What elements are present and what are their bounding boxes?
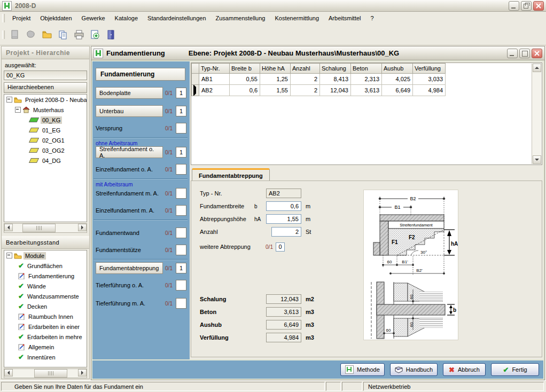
restore-button[interactable] bbox=[521, 1, 532, 11]
module-item[interactable]: Fundamentierung bbox=[4, 271, 87, 281]
copy-icon[interactable] bbox=[56, 27, 71, 42]
module-item-label[interactable]: Grundflächen bbox=[26, 262, 64, 270]
cell-typ[interactable]: AB2 bbox=[199, 85, 230, 96]
cell-typ[interactable]: AB1 bbox=[199, 74, 230, 85]
module-item[interactable]: Allgemein bbox=[4, 342, 87, 352]
scroll-right-arrow[interactable] bbox=[78, 224, 87, 231]
tree-node-project[interactable]: Projekt 2008-D - Neubau bbox=[4, 95, 87, 105]
cell[interactable]: 3,033 bbox=[413, 74, 446, 85]
exit-door-icon[interactable] bbox=[104, 27, 119, 42]
tree-node-00kg[interactable]: 00_KG bbox=[4, 115, 87, 125]
menu-projekt[interactable]: Projekt bbox=[7, 13, 35, 23]
tree-node-04dg[interactable]: 04_DG bbox=[4, 155, 87, 166]
scroll-left-arrow[interactable] bbox=[4, 369, 13, 377]
abbruch-button[interactable]: ✖ Abbruch bbox=[443, 363, 486, 376]
table-row[interactable]: AB1 0,55 1,25 2 8,413 2,313 4,025 3,033 bbox=[192, 74, 446, 85]
tree-node-musterhaus[interactable]: Musterhaus bbox=[4, 105, 87, 115]
module-item[interactable]: ✔Wände bbox=[4, 281, 87, 291]
tree-node-label[interactable]: 01_EG bbox=[41, 127, 62, 134]
print-icon[interactable] bbox=[72, 27, 87, 42]
handbuch-button[interactable]: Handbuch bbox=[390, 363, 438, 376]
anzahl-input[interactable]: 2 bbox=[271, 227, 301, 237]
scroll-right-arrow[interactable] bbox=[78, 369, 87, 377]
module-item[interactable]: ✔Wandzusammenste bbox=[4, 291, 87, 301]
menu-standardeinstellungen[interactable]: Standardeinstellungen bbox=[143, 13, 210, 23]
menu-help[interactable]: ? bbox=[366, 13, 379, 23]
count-box[interactable] bbox=[176, 188, 186, 199]
cell[interactable]: 2 bbox=[291, 74, 320, 85]
col-verfuellung[interactable]: Verfüllung bbox=[413, 64, 446, 74]
tree-node-module[interactable]: Module bbox=[4, 250, 87, 261]
bodenplatte-button[interactable]: Bodenplatte bbox=[96, 87, 163, 99]
count-box[interactable] bbox=[176, 123, 186, 134]
scroll-thumb[interactable] bbox=[22, 224, 56, 232]
tab-fundamentabtreppung[interactable]: Fundamentabtreppung bbox=[192, 168, 270, 181]
tree-node-01eg[interactable]: 01_EG bbox=[4, 125, 87, 135]
collapse-icon[interactable] bbox=[15, 107, 21, 113]
cell[interactable]: 4,025 bbox=[382, 74, 413, 85]
module-item[interactable]: ✔Grundflächen bbox=[4, 261, 87, 271]
module-item-label[interactable]: Wandzusammenste bbox=[26, 293, 81, 300]
collapse-icon[interactable] bbox=[6, 253, 12, 258]
minimize-button[interactable] bbox=[509, 1, 519, 11]
tree-node-label[interactable]: 02_OG1 bbox=[41, 137, 66, 144]
fundamentwand-label[interactable]: Fundamentwand bbox=[96, 230, 163, 236]
table-row-selected[interactable]: AB2 0,6 1,55 2 12,043 3,613 6,649 4,984 bbox=[192, 85, 446, 96]
count-box[interactable] bbox=[176, 298, 186, 309]
row-selector[interactable] bbox=[192, 85, 199, 96]
new-document-icon[interactable] bbox=[7, 27, 22, 42]
export-refresh-icon[interactable] bbox=[88, 27, 103, 42]
cell[interactable]: 2 bbox=[291, 85, 320, 96]
scroll-thumb[interactable] bbox=[34, 369, 67, 378]
menu-gewerke[interactable]: Gewerke bbox=[77, 13, 110, 23]
einzelfundament-oa-label[interactable]: Einzelfundament o. A. bbox=[96, 166, 163, 173]
cell[interactable]: 0,55 bbox=[230, 74, 260, 85]
module-item[interactable]: Raumbuch Innen bbox=[4, 311, 87, 322]
count-box[interactable] bbox=[176, 245, 186, 255]
open-folder-icon[interactable] bbox=[40, 27, 54, 42]
fundamentbreite-input[interactable]: 0,6 bbox=[266, 201, 301, 211]
open-document-icon[interactable] bbox=[24, 27, 38, 42]
scroll-down-arrow[interactable] bbox=[533, 155, 541, 164]
col-beton[interactable]: Beton bbox=[351, 64, 382, 74]
module-item-label[interactable]: Allgemein bbox=[27, 343, 56, 351]
module-close-button[interactable] bbox=[532, 49, 542, 58]
col-aushub[interactable]: Aushub bbox=[382, 64, 413, 74]
cell[interactable]: 1,25 bbox=[260, 74, 291, 85]
unterbau-button[interactable]: Unterbau bbox=[96, 105, 163, 117]
module-item-label[interactable]: Wände bbox=[26, 283, 48, 290]
col-breite-b[interactable]: Breite b bbox=[230, 64, 260, 74]
module-maximize-button[interactable] bbox=[519, 49, 530, 58]
module-item[interactable]: Erdarbeiten in einer bbox=[4, 322, 87, 332]
tree-node-label[interactable]: 03_OG2 bbox=[41, 147, 66, 154]
count-box[interactable]: 1 bbox=[176, 147, 186, 158]
fundamentstuetze-label[interactable]: Fundamentstütze bbox=[96, 247, 163, 253]
tieferfuehrung-ma-label[interactable]: Tieferführung m. A. bbox=[96, 300, 163, 307]
count-box[interactable] bbox=[176, 164, 186, 175]
tree-node-label[interactable]: 04_DG bbox=[41, 157, 63, 164]
fundamentabtreppung-button[interactable]: Fundamentabtreppung bbox=[96, 262, 163, 274]
menu-kostenermittlung[interactable]: Kostenermittlung bbox=[270, 13, 324, 23]
tree-node-label[interactable]: 00_KG bbox=[41, 116, 62, 124]
cell[interactable]: 6,649 bbox=[382, 85, 413, 96]
module-item-label[interactable]: Decken bbox=[26, 303, 49, 310]
col-typ-nr[interactable]: Typ-Nr. bbox=[199, 64, 230, 74]
module-item[interactable]: ✔Decken bbox=[4, 301, 87, 311]
module-item[interactable]: ✔Erdarbeiten in mehre bbox=[4, 332, 87, 342]
tree-node-label[interactable]: Musterhaus bbox=[32, 106, 65, 114]
cell[interactable]: 2,313 bbox=[351, 74, 382, 85]
tree-node-02og1[interactable]: 02_OG1 bbox=[4, 135, 87, 145]
scroll-up-arrow[interactable] bbox=[533, 64, 541, 72]
close-button[interactable] bbox=[533, 1, 544, 11]
tree-node-label[interactable]: Projekt 2008-D - Neubau bbox=[24, 96, 87, 104]
module-item-label[interactable]: Innentüren bbox=[26, 354, 57, 361]
cell[interactable]: 0,6 bbox=[230, 85, 260, 96]
menu-zusammenstellung[interactable]: Zusammenstellung bbox=[211, 13, 270, 23]
cell[interactable]: 4,984 bbox=[413, 85, 446, 96]
count-box[interactable] bbox=[176, 280, 186, 291]
tree-node-03og2[interactable]: 03_OG2 bbox=[4, 145, 87, 155]
versprung-label[interactable]: Versprung bbox=[96, 125, 163, 131]
count-box[interactable] bbox=[176, 228, 186, 238]
cell[interactable]: 1,55 bbox=[260, 85, 291, 96]
count-box[interactable]: 1 bbox=[176, 88, 186, 98]
